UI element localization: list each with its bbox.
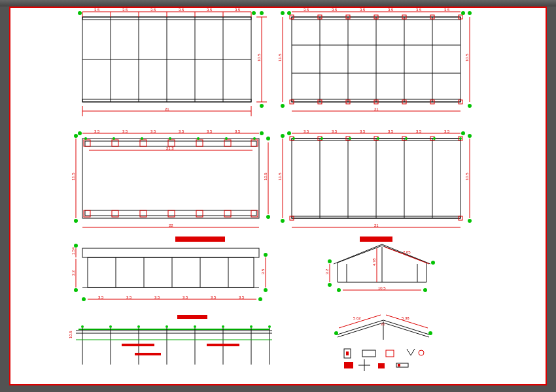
svg-point-158	[337, 288, 341, 292]
svg-point-144	[264, 253, 268, 257]
dim-width: 21	[165, 107, 169, 111]
dim: 3.5	[150, 8, 156, 12]
svg-rect-192	[344, 362, 353, 368]
svg-point-157	[328, 283, 332, 287]
dim-ridge: 21	[381, 322, 385, 326]
svg-rect-193	[378, 363, 385, 368]
svg-rect-190	[386, 350, 394, 357]
dim-l: 5.62	[353, 316, 361, 320]
dim: 3.5	[360, 8, 366, 12]
svg-point-147	[258, 297, 262, 301]
svg-point-88	[266, 215, 270, 219]
dim: 3.5	[304, 8, 309, 12]
dim: 3.5	[416, 129, 422, 133]
title-section	[360, 237, 392, 242]
svg-point-18	[252, 11, 256, 15]
svg-point-90	[113, 137, 115, 140]
svg-point-53	[461, 11, 465, 15]
dim: 3.5	[304, 129, 309, 133]
dim: 3.5	[444, 129, 450, 133]
dim: 3.5	[332, 129, 338, 133]
dim: 3.5	[444, 8, 450, 12]
svg-point-120	[281, 219, 285, 223]
dim: 3.5	[150, 129, 156, 133]
dim-h: 10.5	[465, 172, 469, 180]
svg-rect-188	[346, 351, 349, 355]
dim: 3.5	[211, 295, 217, 299]
svg-point-159	[423, 288, 427, 292]
svg-point-119	[281, 134, 285, 138]
app-titlebar	[0, 0, 556, 7]
svg-rect-179	[122, 344, 154, 346]
dim-height: 10.5	[257, 54, 261, 61]
dim: 3.5	[179, 129, 184, 133]
svg-point-142	[74, 244, 78, 248]
svg-point-58	[468, 104, 472, 108]
dim: 3.5	[332, 8, 338, 12]
svg-point-143	[74, 288, 78, 292]
svg-point-60	[281, 104, 285, 108]
svg-point-125	[349, 137, 351, 140]
svg-point-26	[260, 104, 264, 108]
dim: 3.5	[94, 129, 100, 133]
dim-h: 11.5	[278, 54, 282, 61]
dim: 3.5	[122, 8, 128, 12]
svg-point-92	[169, 137, 171, 140]
svg-point-121	[468, 134, 472, 138]
svg-point-93	[197, 137, 200, 140]
dim: 3.5	[388, 8, 394, 12]
dim-h: 11.5	[71, 172, 75, 180]
svg-point-87	[266, 137, 270, 140]
svg-point-156	[328, 259, 332, 263]
svg-point-94	[225, 137, 228, 140]
svg-rect-189	[362, 350, 375, 357]
dim-inner: 21.3	[166, 146, 174, 150]
dim: 10.5	[69, 331, 73, 338]
svg-point-177	[268, 325, 271, 328]
dim-h: 10.5	[465, 54, 469, 61]
svg-point-84	[260, 131, 264, 135]
dim: 3.5	[207, 129, 213, 133]
svg-point-91	[141, 137, 143, 140]
dim-h: 10.5	[264, 172, 268, 180]
svg-point-129	[459, 137, 462, 140]
svg-rect-131	[88, 257, 254, 287]
dim-h: 11.5	[278, 172, 282, 180]
svg-line-154	[385, 247, 429, 264]
dim: 3.5	[98, 295, 104, 299]
svg-point-126	[377, 137, 379, 140]
svg-point-83	[78, 131, 82, 135]
svg-point-117	[287, 131, 291, 135]
dim-span: 10.5	[378, 286, 386, 290]
dim: 3.5	[94, 8, 100, 12]
svg-point-128	[433, 137, 436, 140]
svg-point-89	[84, 137, 87, 140]
dim: 3.5	[154, 295, 160, 299]
dim-slope: 2.05	[403, 250, 411, 254]
dim: 3.5	[360, 129, 366, 133]
title-detail	[177, 315, 207, 319]
dim: 3.5	[122, 129, 128, 133]
svg-point-191	[419, 350, 424, 355]
svg-point-25	[260, 11, 264, 15]
svg-point-124	[321, 137, 323, 140]
svg-point-185	[334, 331, 338, 335]
svg-point-146	[82, 297, 86, 301]
svg-point-86	[74, 219, 78, 223]
dim: 3.5	[235, 129, 241, 133]
svg-point-170	[81, 325, 84, 328]
svg-point-127	[405, 137, 408, 140]
svg-rect-181	[135, 353, 161, 355]
dim: 3.5	[179, 8, 184, 12]
svg-point-172	[137, 325, 140, 328]
dim-r: 5.38	[402, 316, 409, 320]
drawing-sheet: 3.5 3.5 3.5 3.5 3.5 3.5 21 10.5 3.5 3.5 …	[9, 7, 547, 385]
dim: 3.2	[71, 270, 75, 276]
dim: 3.5	[239, 295, 245, 299]
dim-width: 21	[374, 223, 379, 227]
dim: 1.54	[71, 247, 75, 255]
dim-outer: 22	[169, 223, 173, 227]
svg-point-59	[281, 11, 285, 15]
svg-point-176	[250, 325, 252, 328]
dim: 3.5	[416, 8, 422, 12]
